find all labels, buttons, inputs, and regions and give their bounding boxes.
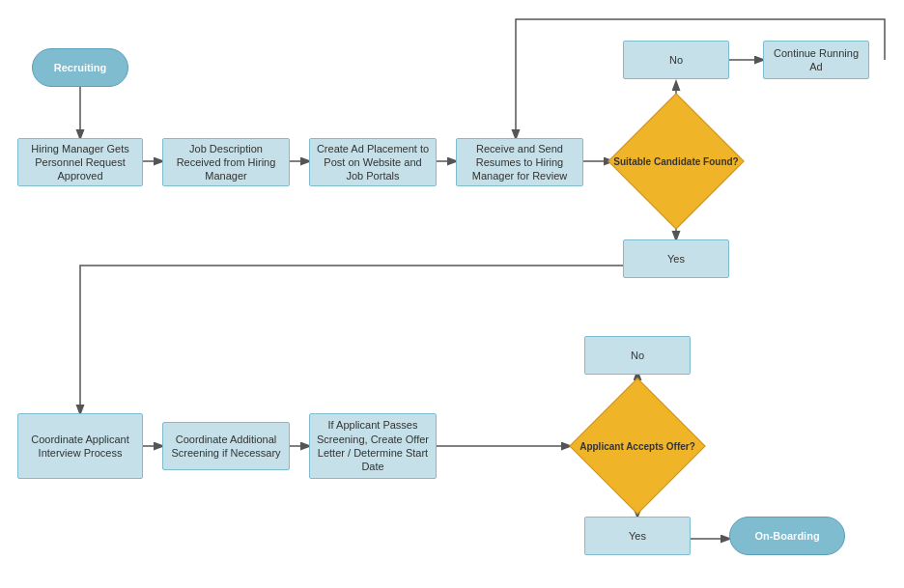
coordinate-interview-node: Coordinate Applicant Interview Process bbox=[17, 413, 143, 479]
yes-box2-node: Yes bbox=[584, 517, 691, 555]
create-ad-label: Create Ad Placement to Post on Website a… bbox=[314, 142, 432, 183]
no-box-label: No bbox=[669, 53, 683, 67]
receive-resumes-node: Receive and Send Resumes to Hiring Manag… bbox=[456, 138, 583, 186]
create-ad-node: Create Ad Placement to Post on Website a… bbox=[309, 138, 437, 186]
flowchart: Recruiting Hiring Manager Gets Personnel… bbox=[0, 0, 904, 588]
yes-box-label: Yes bbox=[667, 252, 685, 266]
receive-resumes-label: Receive and Send Resumes to Hiring Manag… bbox=[461, 142, 579, 183]
offer-letter-label: If Applicant Passes Screening, Create Of… bbox=[314, 418, 432, 473]
recruiting-label: Recruiting bbox=[54, 61, 106, 74]
job-description-label: Job Description Received from Hiring Man… bbox=[167, 142, 285, 183]
onboarding-node: On-Boarding bbox=[729, 517, 845, 555]
job-description-node: Job Description Received from Hiring Man… bbox=[162, 138, 290, 186]
no-box2-label: No bbox=[631, 349, 644, 362]
additional-screening-label: Coordinate Additional Screening if Neces… bbox=[167, 433, 285, 461]
suitable-candidate-wrap: Suitable Candidate Found? bbox=[612, 103, 740, 219]
hiring-manager-node: Hiring Manager Gets Personnel Request Ap… bbox=[17, 138, 143, 186]
no-box-node: No bbox=[623, 41, 729, 79]
recruiting-node: Recruiting bbox=[32, 48, 128, 87]
yes-box2-label: Yes bbox=[629, 529, 646, 543]
yes-box-node: Yes bbox=[623, 239, 729, 278]
coordinate-interview-label: Coordinate Applicant Interview Process bbox=[22, 433, 138, 461]
onboarding-label: On-Boarding bbox=[754, 529, 819, 543]
continue-running-label: Continue Running Ad bbox=[768, 46, 864, 74]
applicant-accepts-wrap: Applicant Accepts Offer? bbox=[572, 388, 703, 504]
no-box2-node: No bbox=[584, 336, 691, 375]
hiring-manager-label: Hiring Manager Gets Personnel Request Ap… bbox=[22, 142, 138, 183]
continue-running-node: Continue Running Ad bbox=[763, 41, 869, 79]
additional-screening-node: Coordinate Additional Screening if Neces… bbox=[162, 422, 290, 470]
offer-letter-node: If Applicant Passes Screening, Create Of… bbox=[309, 413, 437, 479]
